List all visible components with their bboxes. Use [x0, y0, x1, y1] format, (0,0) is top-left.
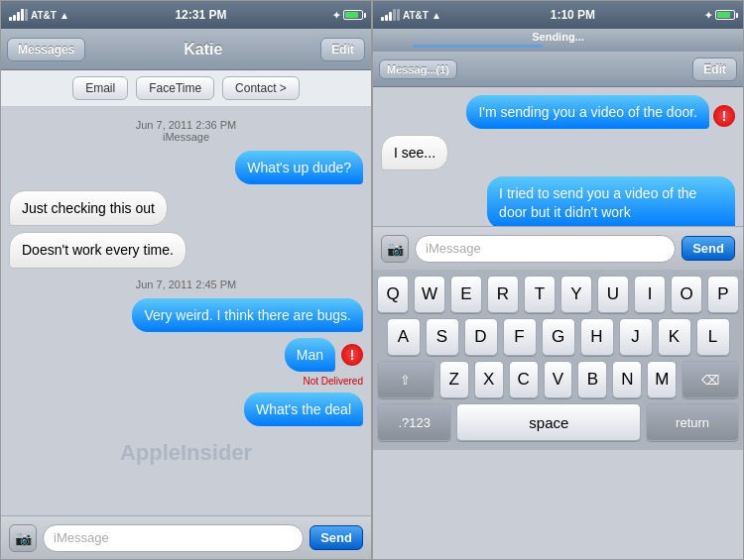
email-button[interactable]: Email: [72, 76, 128, 100]
message-row-error: Man ! Not Delivered: [9, 338, 363, 387]
key-e[interactable]: E: [450, 276, 482, 313]
input-bar-left: 📷 iMessage Send: [1, 515, 371, 559]
nav-title-left: Katie: [184, 41, 222, 58]
key-s[interactable]: S: [426, 318, 459, 356]
status-bar-left: AT&T ▲ 12:31 PM ✦: [1, 1, 371, 29]
error-icon: !: [341, 344, 363, 366]
timestamp-1: Jun 7, 2011 2:36 PM iMessage: [9, 119, 363, 143]
key-l[interactable]: L: [696, 318, 730, 356]
signal-icon: [9, 9, 28, 21]
back-button-right[interactable]: Messag...(1): [379, 59, 457, 79]
sending-progress-bar: [413, 45, 543, 48]
messages-back-button[interactable]: Messages: [7, 38, 85, 61]
bubble-sent-r2: I tried to send you a video of the door …: [487, 176, 735, 226]
watermark: AppleInsider: [120, 440, 252, 466]
key-w[interactable]: W: [414, 276, 445, 313]
key-t[interactable]: T: [524, 276, 556, 313]
status-bar-right: AT&T ▲ 1:10 PM ✦: [373, 1, 743, 29]
wifi-icon: ▲: [60, 10, 69, 21]
key-c[interactable]: C: [509, 361, 539, 398]
bubble-received: Just checking this out: [9, 190, 168, 226]
status-left-right: AT&T ▲: [381, 9, 441, 21]
key-j[interactable]: J: [619, 318, 653, 356]
bubble-sent: What's up dude?: [235, 151, 363, 184]
key-b[interactable]: B: [577, 361, 607, 398]
message-row-r2: I see...: [381, 135, 735, 170]
bubble-sent: Very weird. I think there are bugs.: [132, 298, 363, 332]
key-p[interactable]: P: [707, 276, 739, 313]
message-row: What's the deal: [9, 392, 363, 426]
shift-key[interactable]: ⇧: [377, 361, 434, 398]
battery-icon: [343, 10, 363, 20]
key-o[interactable]: O: [671, 276, 702, 313]
message-row: What's up dude?: [9, 151, 363, 184]
bubble-sent-error: Man: [285, 338, 335, 372]
error-icon-right: !: [713, 105, 735, 127]
message-row: Doesn't work every time.: [9, 232, 363, 268]
key-i[interactable]: I: [634, 276, 666, 313]
bubble-received-r1: I see...: [381, 135, 448, 170]
key-v[interactable]: V: [544, 361, 573, 398]
key-g[interactable]: G: [542, 318, 575, 356]
status-right-right: ✦: [704, 10, 735, 21]
send-button-left[interactable]: Send: [310, 525, 363, 550]
key-u[interactable]: U: [597, 276, 629, 313]
delete-key[interactable]: ⌫: [682, 361, 739, 398]
wifi-icon-right: ▲: [432, 10, 441, 21]
key-a[interactable]: A: [387, 318, 421, 356]
sending-label: Sending...: [373, 31, 743, 43]
keyboard-row-1: Q W E R T Y U I O P: [377, 276, 739, 313]
send-button-right[interactable]: Send: [682, 236, 735, 261]
numbers-key[interactable]: .?123: [377, 403, 451, 441]
nav-bar-left: Messages Katie Edit: [1, 29, 371, 70]
left-phone: AT&T ▲ 12:31 PM ✦ Messages Katie Edit Em…: [0, 0, 372, 560]
camera-button[interactable]: 📷: [9, 524, 37, 552]
bluetooth-icon-right: ✦: [704, 10, 712, 21]
carrier-label: AT&T: [31, 10, 57, 21]
sending-status: Sending...: [373, 29, 743, 52]
message-input-right[interactable]: iMessage: [415, 235, 676, 263]
bubble-received: Doesn't work every time.: [9, 232, 186, 268]
contact-button[interactable]: Contact >: [222, 76, 300, 100]
facetime-button[interactable]: FaceTime: [136, 76, 214, 100]
time-display-right: 1:10 PM: [551, 8, 595, 22]
key-d[interactable]: D: [464, 318, 498, 356]
return-key[interactable]: return: [646, 403, 739, 441]
signal-icon-right: [381, 9, 400, 21]
message-row: Very weird. I think there are bugs.: [9, 298, 363, 332]
bubble-sent: What's the deal: [244, 392, 363, 426]
key-z[interactable]: Z: [439, 361, 469, 398]
key-h[interactable]: H: [580, 318, 614, 356]
message-row: Just checking this out: [9, 190, 363, 226]
key-m[interactable]: M: [647, 361, 677, 398]
bluetooth-icon: ✦: [332, 10, 340, 21]
messages-area-left: Jun 7, 2011 2:36 PM iMessage What's up d…: [1, 107, 371, 515]
battery-icon-right: [715, 10, 735, 20]
not-delivered-label: Not Delivered: [303, 376, 363, 387]
key-f[interactable]: F: [503, 318, 537, 356]
message-row-r3: I tried to send you a video of the door …: [381, 176, 735, 226]
key-y[interactable]: Y: [560, 276, 592, 313]
keyboard-row-4: .?123 space return: [377, 403, 739, 441]
edit-button-right[interactable]: Edit: [692, 57, 737, 81]
input-bar-right: 📷 iMessage Send: [373, 226, 743, 270]
key-k[interactable]: K: [658, 318, 691, 356]
key-x[interactable]: X: [474, 361, 504, 398]
camera-button-right[interactable]: 📷: [381, 235, 409, 263]
key-r[interactable]: R: [487, 276, 519, 313]
messages-area-right: I'm sending you a video of the door. ! I…: [373, 87, 743, 226]
key-q[interactable]: Q: [377, 276, 409, 313]
keyboard: Q W E R T Y U I O P A S D F G H J K L ⇧ …: [373, 270, 743, 450]
keyboard-row-2: A S D F G H J K L: [377, 318, 739, 356]
time-display: 12:31 PM: [175, 8, 226, 22]
keyboard-row-3: ⇧ Z X C V B N M ⌫: [377, 361, 739, 398]
contact-bar: Email FaceTime Contact >: [1, 70, 371, 107]
key-n[interactable]: N: [612, 361, 642, 398]
message-input-left[interactable]: iMessage: [43, 524, 304, 552]
timestamp-2: Jun 7, 2011 2:45 PM: [9, 279, 363, 290]
carrier-label-right: AT&T: [403, 10, 429, 21]
space-key[interactable]: space: [456, 403, 641, 441]
status-left: AT&T ▲: [9, 9, 69, 21]
nav-bar-right: Messag...(1) Edit: [373, 52, 743, 87]
edit-button-left[interactable]: Edit: [320, 38, 365, 61]
